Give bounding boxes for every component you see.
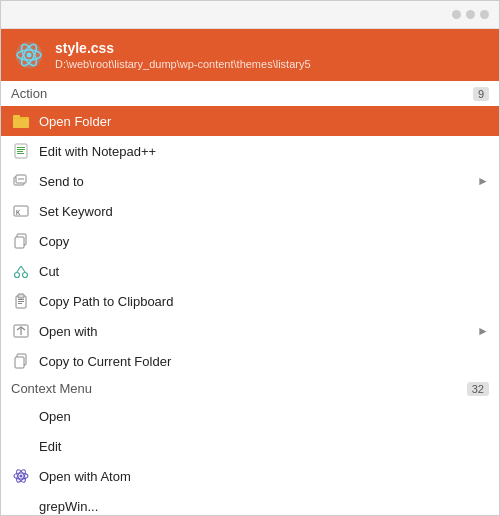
atom-icon bbox=[11, 466, 31, 486]
file-info: style.css D:\web\root\listary_dump\wp-co… bbox=[55, 40, 311, 70]
open-with-label: Open with bbox=[39, 324, 477, 339]
svg-rect-5 bbox=[13, 117, 29, 128]
svg-rect-18 bbox=[15, 237, 24, 248]
cut-label: Cut bbox=[39, 264, 489, 279]
svg-line-21 bbox=[17, 266, 21, 272]
file-type-icon bbox=[13, 39, 45, 71]
copy-folder-label: Copy to Current Folder bbox=[39, 354, 489, 369]
svg-rect-8 bbox=[17, 147, 25, 148]
svg-rect-24 bbox=[18, 294, 24, 298]
clipboard-icon bbox=[11, 291, 31, 311]
open-folder-label: Open Folder bbox=[39, 114, 489, 129]
context-menu: Open Edit Open with Atom grepWin... bbox=[1, 401, 499, 516]
notepad-icon bbox=[11, 141, 31, 161]
menu-item-open[interactable]: Open bbox=[1, 401, 499, 431]
action-section-label: Action bbox=[11, 86, 47, 101]
context-section-header: Context Menu 32 bbox=[1, 376, 499, 401]
copy-label: Copy bbox=[39, 234, 489, 249]
svg-rect-11 bbox=[17, 153, 24, 154]
menu-item-copy-path[interactable]: Copy Path to Clipboard bbox=[1, 286, 499, 316]
set-keyword-label: Set Keyword bbox=[39, 204, 489, 219]
menu-item-open-with[interactable]: Open with ► bbox=[1, 316, 499, 346]
file-name: style.css bbox=[55, 40, 311, 56]
menu-item-open-atom[interactable]: Open with Atom bbox=[1, 461, 499, 491]
svg-rect-27 bbox=[18, 303, 22, 304]
menu-item-grepwin[interactable]: grepWin... bbox=[1, 491, 499, 516]
action-section-header: Action 9 bbox=[1, 81, 499, 106]
menu-item-copy-folder[interactable]: Copy to Current Folder bbox=[1, 346, 499, 376]
open-with-arrow: ► bbox=[477, 324, 489, 338]
copy-folder-icon bbox=[11, 351, 31, 371]
edit-label: Edit bbox=[39, 439, 489, 454]
menu-item-edit-notepad[interactable]: Edit with Notepad++ bbox=[1, 136, 499, 166]
menu-item-cut[interactable]: Cut bbox=[1, 256, 499, 286]
file-header: style.css D:\web\root\listary_dump\wp-co… bbox=[1, 29, 499, 81]
svg-rect-10 bbox=[17, 151, 23, 152]
edit-notepad-label: Edit with Notepad++ bbox=[39, 144, 489, 159]
svg-rect-26 bbox=[18, 301, 24, 302]
svg-point-4 bbox=[27, 53, 32, 58]
action-section-badge: 9 bbox=[473, 87, 489, 101]
file-path: D:\web\root\listary_dump\wp-content\them… bbox=[55, 58, 311, 70]
svg-rect-25 bbox=[18, 299, 24, 300]
svg-point-20 bbox=[23, 273, 28, 278]
svg-point-35 bbox=[20, 475, 23, 478]
svg-rect-6 bbox=[13, 115, 20, 118]
window-dot-1 bbox=[452, 10, 461, 19]
folder-icon bbox=[11, 111, 31, 131]
context-section-badge: 32 bbox=[467, 382, 489, 396]
svg-rect-31 bbox=[15, 357, 24, 368]
svg-rect-9 bbox=[17, 149, 25, 150]
menu-item-copy[interactable]: Copy bbox=[1, 226, 499, 256]
context-section-label: Context Menu bbox=[11, 381, 92, 396]
keyword-icon: K bbox=[11, 201, 31, 221]
send-to-arrow: ► bbox=[477, 174, 489, 188]
title-bar bbox=[1, 1, 499, 29]
edit-icon bbox=[11, 436, 31, 456]
cut-icon bbox=[11, 261, 31, 281]
menu-item-send-to[interactable]: Send to ► bbox=[1, 166, 499, 196]
open-icon bbox=[11, 406, 31, 426]
grepwin-icon bbox=[11, 496, 31, 516]
open-label: Open bbox=[39, 409, 489, 424]
window-dot-3 bbox=[480, 10, 489, 19]
copy-path-label: Copy Path to Clipboard bbox=[39, 294, 489, 309]
open-with-icon bbox=[11, 321, 31, 341]
menu-item-open-folder[interactable]: Open Folder bbox=[1, 106, 499, 136]
window-dot-2 bbox=[466, 10, 475, 19]
grepwin-label: grepWin... bbox=[39, 499, 489, 514]
svg-line-22 bbox=[21, 266, 25, 272]
send-to-label: Send to bbox=[39, 174, 477, 189]
menu-item-edit[interactable]: Edit bbox=[1, 431, 499, 461]
svg-point-19 bbox=[15, 273, 20, 278]
action-menu: Open Folder Edit with Notepad++ Send to … bbox=[1, 106, 499, 376]
open-atom-label: Open with Atom bbox=[39, 469, 489, 484]
menu-item-set-keyword[interactable]: K Set Keyword bbox=[1, 196, 499, 226]
copy-icon bbox=[11, 231, 31, 251]
send-to-icon bbox=[11, 171, 31, 191]
